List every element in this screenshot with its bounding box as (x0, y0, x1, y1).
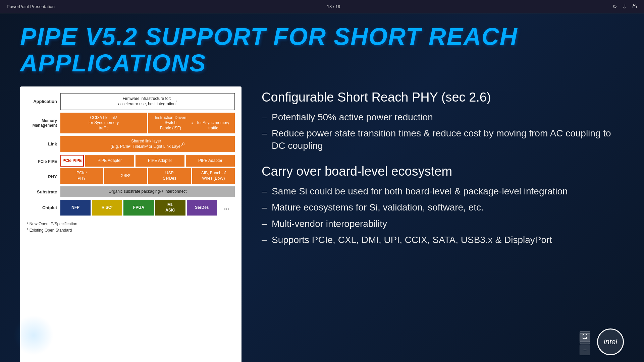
more-cell: ... (218, 200, 235, 216)
row-label-memory: MemoryManagement (27, 113, 60, 134)
pcie-phy-cell: PCIe²PHY (60, 168, 103, 184)
diagram-row-memory: MemoryManagement CCIX²/TileLink²for Sync… (27, 113, 235, 134)
row-label-phy: PHY (27, 170, 60, 184)
risc-cell: RISC2 (92, 200, 122, 216)
footnote-1: 1 New Open IP/Specification (27, 221, 235, 227)
footnote-2: 2 Existing Open Standard (27, 227, 235, 234)
row-label-application: Application (27, 93, 60, 110)
nfp-cell: NFP (60, 200, 91, 216)
diagram-row-application: Application Firmware infrastructure for:… (27, 93, 235, 110)
bullet-2-4: Supports PCIe, CXL, DMI, UPI, CCIX, SATA… (262, 232, 624, 248)
intel-logo: intel (597, 328, 624, 355)
row-content-chiplet: NFP RISC2 FPGA MLASIC SerDes ... (60, 200, 235, 216)
ml-asic-cell: MLASIC (155, 200, 185, 216)
firmware-cell: Firmware infrastructure for:accelerator … (60, 93, 235, 110)
bullet-list-2: Same Si could be used for both board-lev… (262, 183, 624, 248)
footnotes: 1 New Open IP/Specification 2 Existing O… (27, 221, 235, 234)
download-icon[interactable]: ⇓ (622, 3, 627, 10)
section-heading-2: Carry over board-level ecosystem (262, 164, 624, 179)
row-label-substrate: Substrate (27, 186, 60, 197)
pipe-adapter-3: PIPE Adapter (186, 155, 235, 167)
link-cell: Shared link layer(E.g. PCIe², TileLink² … (60, 136, 235, 152)
zoom-out-button[interactable]: − (580, 345, 590, 355)
phy-row: PCIe²PHY XSR² USRSerDes AIB, Bunch ofWir… (60, 168, 235, 184)
diagram-row-chiplet: Chiplet NFP RISC2 FPGA MLASIC SerDes ... (27, 200, 235, 216)
slide-content: Application Firmware infrastructure for:… (20, 86, 624, 362)
isf-cell: Instruction-Driven SwitchFabric (ISF)1fo… (148, 113, 235, 134)
zoom-in-button[interactable]: + (580, 333, 590, 344)
pcie-pipe-label: PCIe PIPE (60, 155, 84, 167)
zoom-controls: + − (580, 333, 590, 355)
app-title: PowerPoint Presentation (7, 4, 55, 9)
intel-text: intel (604, 338, 617, 346)
row-label-link: Link (27, 136, 60, 152)
right-panel: Configurable Short Reach PHY (sec 2.6) P… (262, 86, 624, 362)
bullet-2-3: Multi-vendor interoperability (262, 216, 624, 232)
row-label-chiplet: Chiplet (27, 200, 60, 216)
xsr-cell: XSR² (104, 168, 147, 184)
bullet-list-1: Potentially 50% active power reduction R… (262, 109, 624, 154)
row-content-application: Firmware infrastructure for:accelerator … (60, 93, 235, 110)
print-icon[interactable]: 🖶 (632, 3, 637, 10)
pipe-phy-labels: PCIe PIPE PHY (27, 155, 60, 184)
diagram-row-pipe-phy: PCIe PIPE PHY PCIe PIPE PIPE Adapter PIP… (27, 155, 235, 184)
ccix-cell: CCIX²/TileLink²for Sync memorytraffic (60, 113, 147, 134)
refresh-icon[interactable]: ↻ (612, 3, 617, 10)
top-bar: PowerPoint Presentation 18 / 19 ↻ ⇓ 🖶 (0, 0, 644, 13)
bullet-1-1: Potentially 50% active power reduction (262, 109, 624, 125)
pipe-adapter-1: PIPE Adapter (85, 155, 134, 167)
section-heading-1: Configurable Short Reach PHY (sec 2.6) (262, 90, 624, 105)
row-content-link: Shared link layer(E.g. PCIe², TileLink² … (60, 136, 235, 152)
slide-title: PIPE V5.2 SUPPORT FOR SHORT REACH APPLIC… (20, 23, 624, 76)
row-content-substrate: Organic substrate packaging1 + interconn… (60, 186, 235, 197)
fpga-cell: FPGA (123, 200, 154, 216)
slide-container: PIPE V5.2 SUPPORT FOR SHORT REACH APPLIC… (0, 13, 644, 362)
bullet-2-2: Mature ecosystems for Si, validation, so… (262, 199, 624, 216)
bullet-2-1: Same Si could be used for both board-lev… (262, 183, 624, 199)
substrate-cell: Organic substrate packaging1 + interconn… (60, 186, 235, 197)
pipe-adapter-2: PIPE Adapter (136, 155, 184, 167)
bg-decoration (13, 315, 54, 355)
page-indicator: 18 / 19 (327, 4, 340, 9)
row-content-memory: CCIX²/TileLink²for Sync memorytraffic In… (60, 113, 235, 134)
pipe-phy-content: PCIe PIPE PIPE Adapter PIPE Adapter PIPE… (60, 155, 235, 184)
bullet-1-2: Reduce power state transition times & re… (262, 125, 624, 154)
diagram-panel: Application Firmware infrastructure for:… (20, 86, 241, 362)
serdes-cell: SerDes (187, 200, 217, 216)
toolbar-icons: ↻ ⇓ 🖶 (612, 3, 637, 10)
aib-cell: AIB, Bunch ofWires (BoW) (192, 168, 235, 184)
row-label-pipe: PCIe PIPE (27, 155, 60, 169)
diagram-row-link: Link Shared link layer(E.g. PCIe², TileL… (27, 136, 235, 152)
usr-serdes-cell: USRSerDes (148, 168, 191, 184)
diagram-row-substrate: Substrate Organic substrate packaging1 +… (27, 186, 235, 197)
pipe-row: PCIe PIPE PIPE Adapter PIPE Adapter PIPE… (60, 155, 235, 167)
